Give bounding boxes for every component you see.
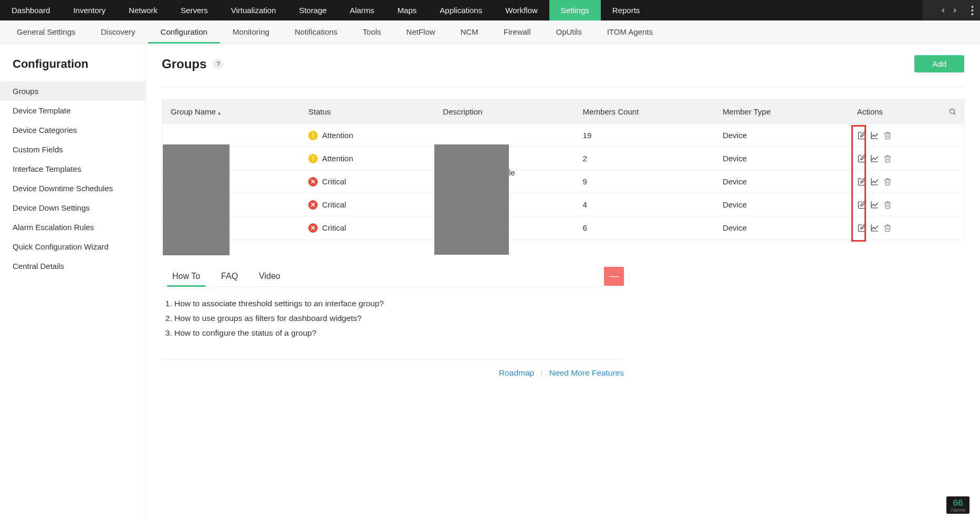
help-footer: Roadmap | Need More Features [162, 359, 624, 378]
topnav-item-settings[interactable]: Settings [549, 0, 601, 20]
subnav-item-tools[interactable]: Tools [350, 20, 394, 43]
topnav-item-network[interactable]: Network [117, 0, 169, 20]
help-list: How to associate threshold settings to a… [162, 287, 624, 350]
subnav-item-discovery[interactable]: Discovery [88, 20, 148, 43]
help-icon[interactable]: ? [213, 59, 223, 69]
help-tabs: How ToFAQVideo — [162, 266, 624, 287]
help-list-item[interactable]: How to use groups as filters for dashboa… [174, 311, 611, 326]
redacted-region [163, 144, 230, 255]
edit-icon[interactable] [857, 130, 868, 141]
edit-icon[interactable] [857, 223, 868, 233]
sidebar-item-groups[interactable]: Groups [0, 81, 145, 101]
table-row[interactable]: ✕Critical4Device [162, 193, 964, 216]
kebab-menu-icon[interactable] [965, 6, 980, 15]
col-description[interactable]: Description [436, 100, 576, 124]
cell-members-count: 2 [577, 147, 716, 170]
col-actions: Actions [851, 100, 942, 124]
search-column-icon[interactable] [942, 100, 964, 124]
help-list-item[interactable]: How to associate threshold settings to a… [174, 296, 611, 311]
cell-members-count: 6 [577, 216, 716, 240]
chart-icon[interactable] [870, 177, 880, 187]
table-row[interactable]: ✕Critical6Device [162, 216, 964, 240]
trash-icon[interactable] [882, 223, 893, 233]
cell-description [436, 124, 576, 147]
help-tab-faq[interactable]: FAQ [211, 266, 248, 286]
sidebar-item-device-template[interactable]: Device Template [0, 101, 145, 120]
alarms-badge[interactable]: 66 Alarms [946, 496, 969, 514]
add-button[interactable]: Add [914, 55, 964, 72]
cell-actions [851, 216, 964, 240]
nav-back-icon[interactable] [940, 7, 947, 14]
subnav-item-notifications[interactable]: Notifications [282, 20, 350, 43]
help-section: How ToFAQVideo — How to associate thresh… [162, 266, 624, 378]
trash-icon[interactable] [882, 130, 893, 141]
chart-icon[interactable] [870, 130, 880, 141]
subnav-item-general-settings[interactable]: General Settings [4, 20, 88, 43]
topnav-item-dashboard[interactable]: Dashboard [0, 0, 61, 20]
subnav-item-monitoring[interactable]: Monitoring [220, 20, 282, 43]
chart-icon[interactable] [870, 153, 880, 164]
sidebar: Configuration GroupsDevice TemplateDevic… [0, 44, 146, 519]
topnav-item-reports[interactable]: Reports [601, 0, 652, 20]
subnav-item-configuration[interactable]: Configuration [148, 20, 220, 43]
subnav-item-itom-agents[interactable]: ITOM Agents [595, 20, 665, 43]
subnav-item-netflow[interactable]: NetFlow [394, 20, 448, 43]
sidebar-item-device-down-settings[interactable]: Device Down Settings [0, 198, 145, 217]
topnav-item-servers[interactable]: Servers [169, 0, 220, 20]
topnav-item-alarms[interactable]: Alarms [338, 0, 386, 20]
subnav-item-oputils[interactable]: OpUtils [543, 20, 594, 43]
sidebar-title: Configuration [0, 48, 145, 81]
svg-point-2 [972, 13, 974, 15]
sidebar-item-device-downtime-schedules[interactable]: Device Downtime Schedules [0, 179, 145, 198]
collapse-help-icon[interactable]: — [604, 267, 624, 286]
roadmap-link[interactable]: Roadmap [499, 368, 534, 377]
help-list-item[interactable]: How to configure the status of a group? [174, 326, 611, 340]
sidebar-item-alarm-escalation-rules[interactable]: Alarm Escalation Rules [0, 217, 145, 237]
cell-members-count: 9 [577, 170, 716, 193]
svg-line-4 [954, 113, 955, 115]
topnav-item-storage[interactable]: Storage [287, 0, 338, 20]
table-row[interactable]: ✕Critical9Device [162, 170, 964, 193]
critical-icon: ✕ [308, 200, 318, 210]
table-row[interactable]: !Attention2Device [162, 147, 964, 170]
critical-icon: ✕ [308, 223, 318, 233]
col-members-count[interactable]: Members Count [577, 100, 716, 124]
col-member-type[interactable]: Member Type [716, 100, 851, 124]
need-more-features-link[interactable]: Need More Features [549, 368, 624, 377]
chart-icon[interactable] [870, 223, 880, 233]
col-status[interactable]: Status [302, 100, 436, 124]
alarms-label: Alarms [951, 507, 965, 513]
description-fragment: le [509, 168, 515, 177]
subnav-item-firewall[interactable]: Firewall [491, 20, 544, 43]
topnav-item-maps[interactable]: Maps [386, 0, 429, 20]
sidebar-item-device-categories[interactable]: Device Categories [0, 120, 145, 140]
help-tab-how-to[interactable]: How To [162, 266, 211, 286]
sidebar-item-interface-templates[interactable]: Interface Templates [0, 159, 145, 179]
page-header: Groups ? Add [162, 55, 964, 88]
help-tab-video[interactable]: Video [248, 266, 291, 286]
topnav-item-virtualization[interactable]: Virtualization [220, 0, 288, 20]
edit-icon[interactable] [857, 200, 868, 210]
sidebar-item-central-details[interactable]: Central Details [0, 256, 145, 276]
topnav-item-inventory[interactable]: Inventory [61, 0, 117, 20]
trash-icon[interactable] [882, 153, 893, 164]
table-row[interactable]: !Attention19Device [162, 124, 964, 147]
main-content: Groups ? Add le Group Name Status Descri… [146, 44, 980, 519]
top-navigation: DashboardInventoryNetworkServersVirtuali… [0, 0, 980, 20]
sidebar-item-quick-configuration-wizard[interactable]: Quick Configuration Wizard [0, 237, 145, 256]
groups-table: Group Name Status Description Members Co… [162, 99, 964, 240]
topnav-item-applications[interactable]: Applications [428, 0, 494, 20]
sidebar-item-custom-fields[interactable]: Custom Fields [0, 140, 145, 159]
chart-icon[interactable] [870, 200, 880, 210]
trash-icon[interactable] [882, 200, 893, 210]
cell-status: !Attention [302, 147, 436, 170]
subnav-item-ncm[interactable]: NCM [448, 20, 491, 43]
cell-member-type: Device [716, 170, 851, 193]
trash-icon[interactable] [882, 177, 893, 187]
cell-actions [851, 193, 964, 216]
nav-forward-icon[interactable] [951, 7, 958, 14]
topnav-item-workflow[interactable]: Workflow [494, 0, 549, 20]
col-group-name[interactable]: Group Name [162, 100, 302, 124]
edit-icon[interactable] [857, 153, 868, 164]
edit-icon[interactable] [857, 177, 868, 187]
